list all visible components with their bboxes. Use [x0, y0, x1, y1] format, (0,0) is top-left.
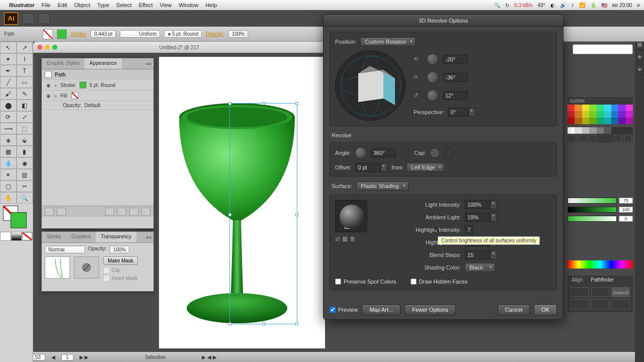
cap-off-button[interactable]	[444, 148, 454, 158]
lasso-tool[interactable]: ⌇	[17, 53, 33, 65]
make-mask-button[interactable]: Make Mask	[103, 256, 138, 265]
magic-wand-tool[interactable]: ✦	[0, 53, 17, 65]
bluetooth-icon[interactable]: ᚼ	[571, 3, 574, 8]
flag-icon[interactable]: 🇺🇸	[601, 3, 607, 8]
swatches-grid[interactable]	[568, 105, 633, 124]
free-transform-tool[interactable]: ⬚	[17, 123, 33, 134]
menu-window[interactable]: Window	[179, 2, 198, 8]
opacity-row-value[interactable]: Default	[85, 103, 101, 108]
tab-stroke[interactable]: Stroke	[42, 232, 66, 242]
bridge-button[interactable]	[22, 13, 34, 24]
rotate-z-dial[interactable]	[427, 89, 439, 102]
angle-field[interactable]	[371, 148, 396, 157]
menu-help[interactable]: Help	[205, 2, 217, 8]
shape-builder-tool[interactable]: ◈	[0, 134, 17, 146]
type-tool[interactable]: T	[17, 65, 33, 76]
line-tool[interactable]: ╱	[0, 76, 17, 88]
add-effect-btn[interactable]	[105, 208, 114, 216]
trans-opacity-field[interactable]: 100%	[110, 246, 130, 253]
panel-btn[interactable]	[569, 135, 577, 142]
gradient-mode-btn[interactable]	[11, 232, 22, 241]
draw-hidden-checkbox[interactable]: Draw Hidden Faces	[411, 279, 468, 285]
preview-checkbox[interactable]: Preview	[330, 307, 358, 313]
mask-thumb[interactable]	[74, 256, 99, 279]
opacity-field[interactable]: 100%	[228, 30, 249, 38]
wine-glass-artwork[interactable]	[167, 92, 307, 328]
offset-field[interactable]	[355, 163, 380, 172]
hand-tool[interactable]: ✋	[0, 192, 17, 204]
pathfinder-btn[interactable]	[611, 299, 630, 309]
volume-icon[interactable]: 🔊	[560, 3, 566, 8]
delete-light-icon[interactable]: 🗑	[350, 235, 356, 242]
expand-icon[interactable]: ▸	[55, 93, 57, 99]
perspective-tool[interactable]: ⬙	[17, 134, 33, 146]
tab-pathfinder[interactable]: Pathfinder	[587, 276, 618, 284]
pencil-tool[interactable]: ✎	[17, 88, 33, 100]
stroke-label[interactable]: Stroke:	[71, 31, 87, 37]
tab-transparency[interactable]: Transparency	[96, 232, 136, 242]
brush-dropdown[interactable]: ● 5 pt. Round	[164, 30, 202, 38]
new-light-icon[interactable]: ▦	[342, 235, 348, 242]
fill-row-label[interactable]: Fill:	[60, 93, 68, 99]
none-mode-btn[interactable]	[22, 232, 33, 241]
trash-icon[interactable]	[624, 135, 632, 142]
panel-btn[interactable]	[57, 208, 66, 216]
rotate-tool[interactable]: ⟳	[0, 111, 17, 123]
tab-align[interactable]: Align	[568, 276, 587, 284]
menu-type[interactable]: Type	[97, 2, 109, 8]
cancel-button[interactable]: Cancel	[498, 304, 530, 315]
artboard-tool[interactable]: ▢	[0, 180, 17, 192]
menu-edit[interactable]: Edit	[57, 2, 67, 8]
rotate-x-field[interactable]	[443, 55, 468, 64]
dock-icon[interactable]: ⬙	[635, 63, 644, 75]
menu-select[interactable]: Select	[116, 2, 132, 8]
menu-view[interactable]: View	[160, 2, 172, 8]
eyedropper-tool[interactable]: 💧	[0, 157, 17, 169]
surface-dropdown[interactable]: Plastic Shading	[356, 182, 409, 191]
brushes-panel-title[interactable]: rushes	[568, 97, 633, 105]
stroke-value[interactable]: 5 pt. Round	[90, 82, 116, 88]
panel-close-icon[interactable]: ◂◂	[145, 60, 151, 67]
shading-color-dropdown[interactable]: Black	[465, 263, 495, 272]
selection-tool[interactable]: ↖	[0, 42, 17, 53]
artboard-nav-field[interactable]: 1	[61, 354, 73, 360]
stepper-icon[interactable]: ▸	[468, 108, 475, 117]
panel-close-icon[interactable]: ◂◂	[145, 234, 151, 240]
tab-graphic-styles[interactable]: Graphic Styles	[42, 58, 85, 69]
panel-btn[interactable]	[589, 135, 597, 142]
pen-tool[interactable]: ✒	[0, 65, 17, 76]
fill-stroke-control[interactable]	[0, 204, 33, 232]
menu-app[interactable]: Illustrator	[9, 2, 35, 8]
blob-brush-tool[interactable]: ⬤	[0, 100, 17, 111]
stroke-weight-field[interactable]: 0,443 pt	[91, 30, 116, 38]
rotate-z-field[interactable]	[443, 91, 468, 100]
panel-btn[interactable]	[45, 208, 54, 216]
position-dropdown[interactable]: Custom Rotation	[360, 37, 416, 46]
stroke-color-swatch[interactable]	[79, 81, 87, 88]
stroke-row-label[interactable]: Stroke:	[60, 82, 76, 88]
expand-icon[interactable]: ▸	[55, 82, 57, 88]
zoom-traffic-icon[interactable]	[52, 45, 57, 50]
visibility-toggle-icon[interactable]: ◉	[45, 82, 52, 88]
ok-button[interactable]: OK	[534, 304, 557, 315]
blend-mode-dropdown[interactable]: Normal	[45, 246, 85, 253]
gradient-tool[interactable]: ▮	[17, 146, 33, 157]
spectrum-bar[interactable]	[568, 260, 633, 268]
duplicate-btn[interactable]	[129, 208, 138, 216]
rotate-y-dial[interactable]	[427, 71, 439, 83]
perspective-field[interactable]	[448, 108, 468, 117]
sync-icon[interactable]: ↻	[505, 3, 509, 8]
stroke-swatch[interactable]	[57, 29, 67, 39]
transparency-thumb[interactable]	[45, 256, 70, 279]
wifi-icon[interactable]: 📶	[579, 3, 585, 8]
highlight-intensity-field[interactable]	[465, 225, 473, 234]
fill-color-swatch[interactable]	[71, 92, 78, 99]
stroke-profile-dropdown[interactable]: Uniform	[120, 30, 160, 38]
eraser-tool[interactable]: ◧	[17, 100, 33, 111]
tab-appearance[interactable]: Appearance	[85, 58, 122, 69]
mesh-tool[interactable]: ▦	[0, 146, 17, 157]
rotate-x-dial[interactable]	[427, 53, 439, 65]
pathfinder-btn[interactable]	[571, 299, 589, 309]
rotation-cube-preview[interactable]	[335, 50, 406, 121]
spotlight-icon[interactable]: ≡	[637, 3, 640, 8]
